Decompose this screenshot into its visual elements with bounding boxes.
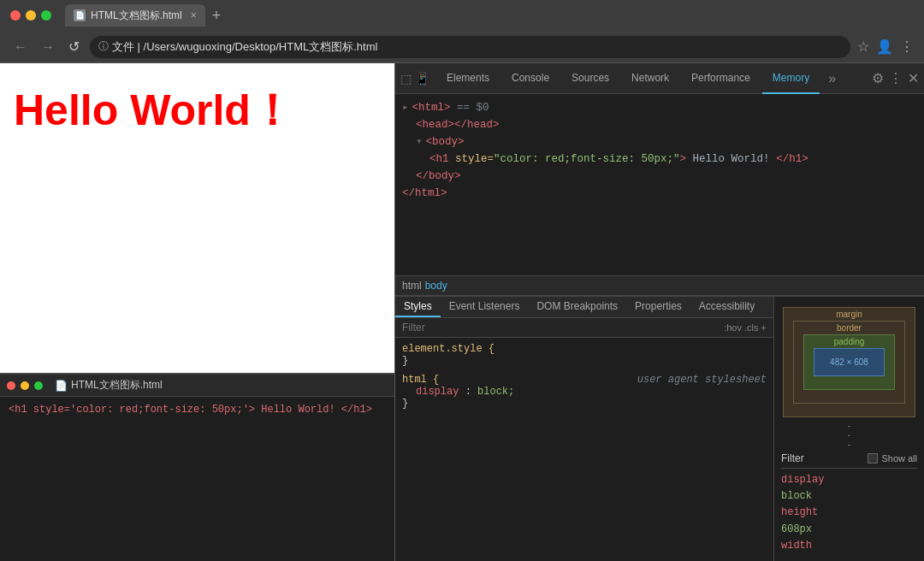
tab-console[interactable]: Console	[501, 63, 560, 94]
margin-label: margin	[836, 310, 862, 319]
h1-text-content: Hello World!	[686, 153, 776, 165]
head-element-line[interactable]: <head></head>	[416, 116, 917, 133]
element-style-selector: element.style {	[402, 343, 767, 355]
source-maximize[interactable]	[34, 381, 43, 390]
html-close-line[interactable]: </html>	[402, 185, 917, 202]
tab-memory[interactable]: Memory	[762, 63, 820, 94]
element-style-rule: element.style { }	[402, 343, 767, 367]
devtools-topbar: ⬚ 📱 Elements Console Sources Network Per…	[395, 63, 924, 94]
height-computed-val: 608px	[781, 522, 812, 538]
box-model-diagram: margin border padding 482 × 608	[783, 307, 915, 417]
styles-tab-accessibility[interactable]: Accessibility	[690, 297, 763, 317]
styles-tab-event-listeners[interactable]: Event Listeners	[441, 297, 529, 317]
html-element-line[interactable]: ▸<html> == $0	[402, 99, 917, 116]
star-icon[interactable]: ☆	[857, 38, 869, 55]
display-prop-line: display : block;	[416, 386, 767, 398]
breadcrumb-body[interactable]: body	[425, 280, 447, 292]
more-tabs-button[interactable]: »	[821, 68, 843, 90]
back-button[interactable]: ←	[10, 38, 31, 56]
html-rule-header: html { user agent stylesheet	[402, 374, 767, 386]
styles-body: element.style { } html { user agent styl…	[395, 338, 773, 561]
styles-tabs: Styles Event Listeners DOM Breakpoints P…	[395, 297, 773, 318]
h1-element-line[interactable]: <h1 style="color: red;font-size: 50px;">…	[429, 151, 917, 168]
tab-sources[interactable]: Sources	[561, 63, 619, 94]
height-computed-prop: height	[781, 505, 818, 521]
styles-tab-properties[interactable]: Properties	[626, 297, 690, 317]
toolbar-right: ☆ 👤 ⋮	[857, 38, 914, 55]
bm-dashes: - - -	[781, 421, 917, 449]
styles-section: Styles Event Listeners DOM Breakpoints P…	[395, 297, 774, 561]
triangle-icon: ▸	[402, 102, 409, 114]
source-close[interactable]	[7, 381, 15, 390]
h1-tag-close: >	[680, 153, 687, 165]
body-triangle-icon: ▾	[416, 136, 423, 148]
body-tag: <body>	[426, 136, 465, 148]
more-options-icon[interactable]: ⋮	[889, 70, 903, 86]
devtools-breadcrumb: html body	[395, 275, 924, 296]
devtools-bottom: Styles Event Listeners DOM Breakpoints P…	[395, 296, 924, 561]
user-agent-comment: user agent stylesheet	[637, 374, 767, 386]
boxmodel-section: margin border padding 482 × 608 - -	[774, 297, 924, 561]
address-bar: ← → ↺ ⓘ 文件 | /Users/wuguoxing/Desktop/HT…	[0, 31, 924, 63]
secure-icon: ⓘ	[98, 39, 109, 54]
title-bar: 📄 HTML文档图标.html × +	[0, 0, 924, 31]
show-all-label: Show all	[881, 453, 917, 464]
show-all-checkbox[interactable]	[868, 453, 878, 464]
show-all-toggle[interactable]: Show all	[868, 453, 917, 464]
hello-world-heading: Hello World！	[14, 82, 381, 139]
source-code-line: <h1 style='color: red;font-size: 50px;'>…	[9, 404, 372, 416]
display-val-row: block	[781, 488, 917, 505]
close-devtools-icon[interactable]: ✕	[908, 70, 919, 86]
computed-properties: display block height 608px width	[781, 472, 917, 554]
h1-closing-tag: </h1>	[776, 153, 808, 165]
browser-tab-active[interactable]: 📄 HTML文档图标.html ×	[65, 4, 205, 27]
element-style-close: }	[402, 355, 767, 367]
settings-icon[interactable]: ⚙	[872, 70, 884, 86]
tab-close-button[interactable]: ×	[191, 9, 197, 21]
breadcrumb-html[interactable]: html	[402, 280, 422, 292]
body-open-line[interactable]: ▾<body>	[416, 133, 917, 151]
bm-filter-label: Filter	[781, 452, 804, 464]
html-selector: html {	[402, 374, 439, 386]
styles-filter-buttons[interactable]: :hov .cls +	[724, 322, 767, 333]
styles-tab-dom-breakpoints[interactable]: DOM Breakpoints	[528, 297, 626, 317]
webpage-area: Hello World！ 📄 HTML文档图标.html <h1 style='…	[0, 63, 395, 561]
minimize-button[interactable]	[26, 10, 36, 21]
tab-network[interactable]: Network	[621, 63, 679, 94]
html-rule-close: }	[402, 398, 767, 410]
styles-filter-bar: :hov .cls +	[395, 318, 773, 338]
display-computed-val: block	[781, 488, 812, 505]
tab-favicon: 📄	[74, 9, 86, 21]
source-titlebar: 📄 HTML文档图标.html	[0, 375, 394, 397]
source-title-text: HTML文档图标.html	[71, 378, 163, 393]
body-close-line[interactable]: </body>	[416, 168, 917, 185]
html-close-tag: </html>	[402, 187, 447, 199]
source-title: 📄 HTML文档图标.html	[55, 378, 163, 393]
reload-button[interactable]: ↺	[65, 37, 83, 56]
inspect-icon[interactable]: ⬚	[400, 72, 412, 86]
h1-style-val: "color: red;font-size: 50px;"	[494, 153, 680, 165]
tab-performance[interactable]: Performance	[681, 63, 761, 94]
h1-style-attr: style=	[455, 153, 494, 165]
tab-elements[interactable]: Elements	[436, 63, 500, 94]
account-icon[interactable]: 👤	[876, 38, 893, 55]
width-computed-prop: width	[781, 538, 812, 554]
address-text: 文件 | /Users/wuguoxing/Desktop/HTML文档图标.h…	[112, 39, 377, 55]
dt-settings: ⚙ ⋮ ✕	[872, 70, 919, 86]
new-tab-button[interactable]: +	[212, 8, 222, 23]
forward-button[interactable]: →	[38, 38, 58, 56]
padding-label: padding	[834, 337, 865, 346]
styles-filter-input[interactable]	[402, 322, 719, 334]
source-minimize[interactable]	[21, 381, 29, 390]
styles-tab-styles[interactable]: Styles	[395, 297, 441, 317]
devtools-elements-tree: ▸<html> == $0 <head></head> ▾<body> <h1 …	[395, 94, 924, 275]
border-label: border	[837, 323, 862, 333]
close-button[interactable]	[10, 10, 21, 21]
source-view: 📄 HTML文档图标.html <h1 style='color: red;fo…	[0, 373, 394, 561]
menu-icon[interactable]: ⋮	[900, 38, 914, 55]
boxmodel-filter-bar: Filter Show all	[781, 449, 917, 469]
mobile-icon[interactable]: 📱	[415, 72, 429, 86]
address-input[interactable]: ⓘ 文件 | /Users/wuguoxing/Desktop/HTML文档图标…	[90, 36, 850, 58]
devtools-icons: ⬚ 📱	[400, 72, 429, 86]
maximize-button[interactable]	[41, 10, 51, 21]
